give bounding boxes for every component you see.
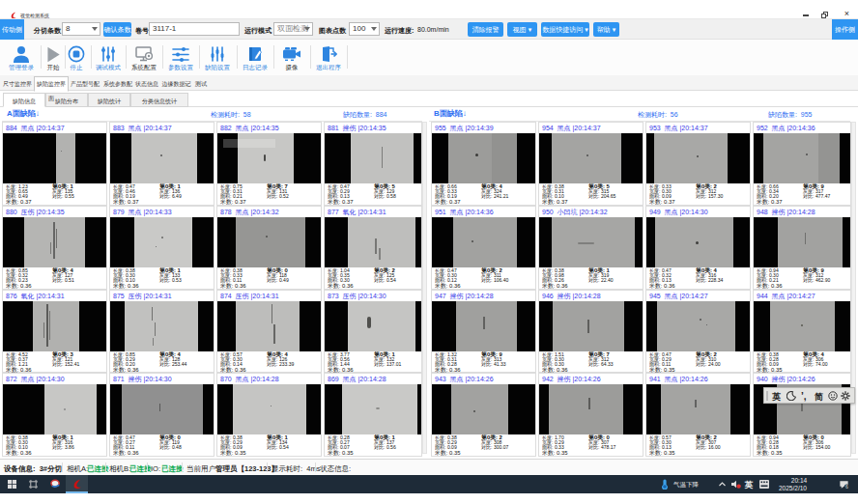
- svg-text:6: 6: [845, 484, 848, 490]
